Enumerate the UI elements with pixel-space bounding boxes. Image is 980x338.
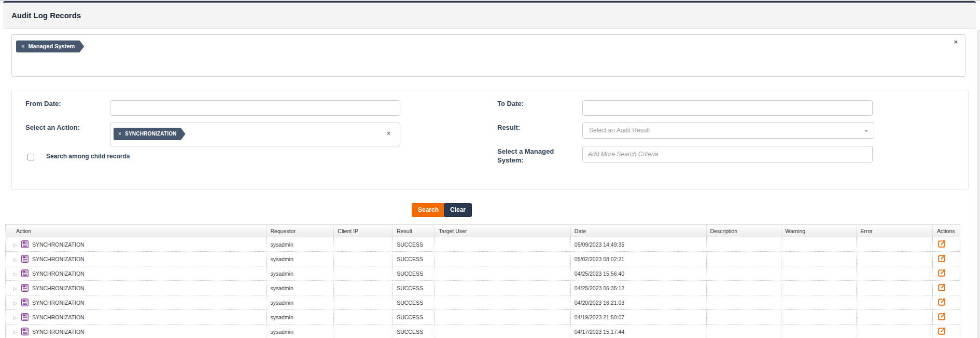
search-button[interactable]: Search xyxy=(412,203,445,217)
clear-button[interactable]: Clear xyxy=(444,203,472,217)
cell-actions xyxy=(932,325,960,338)
from-date-input[interactable] xyxy=(110,100,400,116)
table-row[interactable]: ▷SYNCHRONIZATIONsysadminSUCCESS04/25/202… xyxy=(6,266,960,281)
chip-remove-icon[interactable]: × xyxy=(21,43,24,49)
cell-action: ▷SYNCHRONIZATION xyxy=(6,237,266,251)
cell-error xyxy=(856,281,932,295)
table-row[interactable]: ▷SYNCHRONIZATIONsysadminSUCCESS05/02/202… xyxy=(6,252,960,266)
open-record-icon[interactable] xyxy=(937,268,946,278)
cell-action: ▷SYNCHRONIZATION xyxy=(6,310,266,324)
table-body: ▷SYNCHRONIZATIONsysadminSUCCESS05/09/202… xyxy=(6,237,960,338)
expand-caret-icon[interactable]: ▷ xyxy=(13,257,17,262)
cell-actions xyxy=(932,252,960,266)
cell-warning xyxy=(781,266,856,280)
chip-label: SYNCHRONIZATION xyxy=(125,131,176,137)
expand-caret-icon[interactable]: ▷ xyxy=(13,272,17,277)
vertical-scrollbar[interactable] xyxy=(977,30,980,338)
header-cell-description: Description xyxy=(706,225,781,237)
cell-client-ip xyxy=(333,281,393,295)
cell-description xyxy=(706,266,781,280)
action-label: SYNCHRONIZATION xyxy=(32,271,85,277)
expand-caret-icon[interactable]: ▷ xyxy=(13,286,17,291)
header-cell-warning: Warning xyxy=(781,225,856,237)
header-cell-action: Action xyxy=(6,225,266,237)
expand-caret-icon[interactable]: ▷ xyxy=(13,301,17,306)
cell-error xyxy=(856,295,932,309)
cell-description xyxy=(706,325,781,338)
chip-remove-icon[interactable]: × xyxy=(118,131,121,137)
action-label: SYNCHRONIZATION xyxy=(32,300,85,306)
cell-error xyxy=(856,237,932,251)
expand-caret-icon[interactable]: ▷ xyxy=(13,315,17,320)
cell-actions xyxy=(932,295,960,309)
open-record-icon[interactable] xyxy=(937,327,946,336)
table-row[interactable]: ▷SYNCHRONIZATIONsysadminSUCCESS04/17/202… xyxy=(6,325,960,338)
cell-warning xyxy=(781,252,856,266)
expand-caret-icon[interactable]: ▷ xyxy=(13,330,17,335)
table-row[interactable]: ▷SYNCHRONIZATIONsysadminSUCCESS04/19/202… xyxy=(6,310,960,325)
cell-warning xyxy=(781,325,856,338)
managed-system-chip[interactable]: ×Managed System xyxy=(16,40,84,52)
open-record-icon[interactable] xyxy=(937,283,946,292)
cell-client-ip xyxy=(333,266,393,280)
record-type-icon xyxy=(21,299,29,306)
table-row[interactable]: ▷SYNCHRONIZATIONsysadminSUCCESS04/25/202… xyxy=(6,281,960,295)
cell-result: SUCCESS xyxy=(393,325,435,338)
cell-error xyxy=(856,266,932,280)
header-cell-actions: Actions xyxy=(932,225,960,237)
cell-date: 04/20/2023 16:21:03 xyxy=(570,295,706,309)
chip-label: Managed System xyxy=(28,43,75,49)
record-type-icon xyxy=(21,284,29,292)
header-cell-error: Error xyxy=(856,225,932,237)
audit-log-page: Audit Log Records ×Managed System × From… xyxy=(0,0,980,338)
header-cell-requestor: Requestor xyxy=(266,225,333,237)
cell-action: ▷SYNCHRONIZATION xyxy=(6,266,266,280)
action-label: SYNCHRONIZATION xyxy=(32,329,85,335)
action-clear-icon[interactable]: × xyxy=(387,130,390,137)
cell-client-ip xyxy=(333,310,393,324)
to-date-input[interactable] xyxy=(582,100,873,116)
open-record-icon[interactable] xyxy=(937,298,946,307)
cell-description xyxy=(706,281,781,295)
cell-requestor: sysadmin xyxy=(266,295,333,309)
cell-requestor: sysadmin xyxy=(266,310,333,324)
cell-action: ▷SYNCHRONIZATION xyxy=(6,252,266,266)
table-row[interactable]: ▷SYNCHRONIZATIONsysadminSUCCESS04/20/202… xyxy=(6,295,960,310)
synchronization-chip[interactable]: ×SYNCHRONIZATION xyxy=(114,128,186,140)
result-select[interactable]: Select an Audit Result ▾ xyxy=(582,122,874,139)
cell-requestor: sysadmin xyxy=(266,325,333,338)
cell-requestor: sysadmin xyxy=(266,237,333,251)
record-type-icon xyxy=(21,269,29,277)
cell-client-ip xyxy=(333,295,393,309)
child-records-checkbox[interactable] xyxy=(27,154,34,160)
cell-client-ip xyxy=(333,252,393,266)
cell-actions xyxy=(932,266,960,280)
to-date-label: To Date: xyxy=(497,100,524,107)
cell-requestor: sysadmin xyxy=(266,252,333,266)
open-record-icon[interactable] xyxy=(937,312,946,321)
action-label: SYNCHRONIZATION xyxy=(32,285,85,291)
cell-result: SUCCESS xyxy=(393,237,435,251)
from-date-label: From Date: xyxy=(25,100,61,107)
table-row[interactable]: ▷SYNCHRONIZATIONsysadminSUCCESS05/09/202… xyxy=(6,237,960,252)
expand-caret-icon[interactable]: ▷ xyxy=(13,242,17,248)
cell-description xyxy=(706,237,781,251)
cell-date: 05/02/2023 08:02:21 xyxy=(570,252,706,266)
cell-target-user xyxy=(435,237,570,251)
cell-client-ip xyxy=(333,237,393,251)
managed-system-input[interactable] xyxy=(582,146,873,163)
open-record-icon[interactable] xyxy=(937,254,946,263)
cell-requestor: sysadmin xyxy=(266,281,333,295)
filter-panel: From Date: Select an Action: ×SYNCHRONIZ… xyxy=(11,90,969,190)
child-records-label: Search among child records xyxy=(46,153,130,160)
header-cell-target-user: Target User xyxy=(435,225,570,237)
filter-box-close-icon[interactable]: × xyxy=(954,38,958,46)
action-label: SYNCHRONIZATION xyxy=(32,241,85,248)
cell-result: SUCCESS xyxy=(393,310,435,324)
action-label: SYNCHRONIZATION xyxy=(32,314,85,320)
action-multiselect[interactable]: ×SYNCHRONIZATION × xyxy=(110,123,400,146)
cell-action: ▷SYNCHRONIZATION xyxy=(6,281,266,295)
cell-target-user xyxy=(435,310,570,324)
cell-error xyxy=(856,325,932,338)
open-record-icon[interactable] xyxy=(937,239,946,249)
